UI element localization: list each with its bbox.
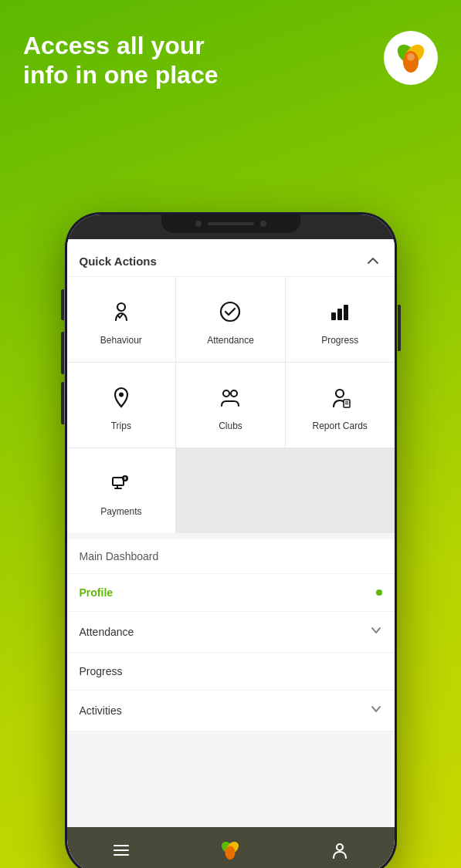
hamburger-icon <box>112 841 131 860</box>
phone-frame: Quick Actions <box>65 212 397 868</box>
svg-point-12 <box>336 390 344 397</box>
attendance-chevron-icon <box>370 624 382 640</box>
power-button <box>398 305 401 351</box>
payments-label: Payments <box>100 506 141 517</box>
grid-item-behaviour[interactable]: Behaviour <box>67 277 176 362</box>
svg-point-24 <box>337 844 343 850</box>
speaker <box>208 222 254 225</box>
phone-top-bar <box>67 214 395 239</box>
header-title: Access all your info in one place <box>23 31 255 90</box>
app-logo <box>384 31 438 85</box>
attendance-label: Attendance <box>207 335 254 346</box>
grid-item-payments[interactable]: Payments <box>67 448 176 533</box>
progress-menu-label: Progress <box>80 665 123 677</box>
svg-point-9 <box>119 392 124 397</box>
silent-button <box>61 382 64 424</box>
grid-item-trips[interactable]: Trips <box>67 363 176 448</box>
svg-point-5 <box>221 302 239 321</box>
menu-item-attendance[interactable]: Attendance <box>67 612 395 653</box>
nav-menu-button[interactable] <box>102 835 141 866</box>
svg-point-4 <box>117 303 125 311</box>
sensor-dot <box>260 221 266 227</box>
volume-down-button <box>61 332 64 374</box>
progress-icon <box>328 300 351 329</box>
grid-item-clubs[interactable]: Clubs <box>176 363 285 448</box>
report-cards-label: Report Cards <box>312 420 367 431</box>
person-icon <box>330 841 349 860</box>
grid-item-progress[interactable]: Progress <box>286 277 395 362</box>
svg-point-23 <box>225 846 236 860</box>
menu-section-title: Main Dashboard <box>67 539 395 574</box>
quick-actions-title: Quick Actions <box>80 255 157 268</box>
phone-screen: Quick Actions <box>67 214 395 868</box>
trips-icon <box>110 386 133 414</box>
camera-dot <box>195 221 202 227</box>
nav-logo-icon <box>218 838 242 863</box>
grid-item-report-cards[interactable]: Report Cards <box>286 363 395 448</box>
screen-content: Quick Actions <box>67 239 395 827</box>
svg-rect-6 <box>331 312 336 320</box>
trips-label: Trips <box>111 420 131 431</box>
logo-svg <box>392 39 430 77</box>
payments-icon <box>110 471 133 500</box>
svg-point-11 <box>231 390 237 397</box>
svg-rect-8 <box>344 305 348 320</box>
menu-item-profile[interactable]: Profile <box>67 574 395 612</box>
attendance-menu-label: Attendance <box>80 626 134 638</box>
profile-label: Profile <box>80 586 114 599</box>
report-cards-icon <box>328 386 351 414</box>
clubs-icon <box>219 386 242 414</box>
activities-menu-label: Activities <box>80 704 122 717</box>
menu-item-progress[interactable]: Progress <box>67 653 395 691</box>
menu-section: Main Dashboard Profile Attendance <box>67 539 395 731</box>
attendance-icon <box>219 300 242 329</box>
clubs-label: Clubs <box>219 420 242 431</box>
svg-point-10 <box>223 390 229 397</box>
bottom-nav <box>67 827 395 868</box>
grid-item-attendance[interactable]: Attendance <box>176 277 285 362</box>
svg-rect-7 <box>337 309 342 320</box>
activities-chevron-icon <box>370 703 382 718</box>
header-area: Access all your info in one place <box>0 0 461 106</box>
nav-home-button[interactable] <box>211 835 249 866</box>
behaviour-label: Behaviour <box>100 335 142 346</box>
svg-rect-16 <box>113 478 124 485</box>
chevron-up-icon <box>366 254 380 268</box>
volume-up-button <box>61 289 64 320</box>
menu-item-activities[interactable]: Activities <box>67 691 395 731</box>
quick-actions-grid: Behaviour Attendance <box>67 277 395 533</box>
profile-active-dot <box>376 589 382 596</box>
phone-notch <box>161 214 300 233</box>
behaviour-icon <box>110 300 133 329</box>
quick-actions-header: Quick Actions <box>67 239 395 277</box>
svg-point-3 <box>407 53 415 61</box>
nav-account-button[interactable] <box>320 835 359 866</box>
quick-actions-collapse-button[interactable] <box>364 252 382 270</box>
progress-label: Progress <box>321 335 358 346</box>
